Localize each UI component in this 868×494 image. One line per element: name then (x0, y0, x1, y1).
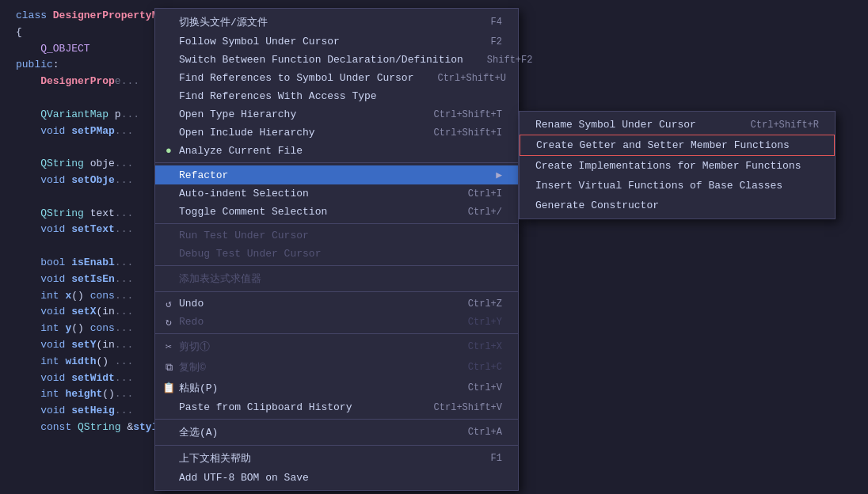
menu-item-context-help[interactable]: 上下文相关帮助 F1 (155, 448, 518, 469)
submenu-item-create-implementations[interactable]: Create Implementations for Member Functi… (520, 156, 835, 176)
redo-icon: ↻ (162, 316, 176, 329)
submenu-item-rename-symbol[interactable]: Rename Symbol Under Cursor Ctrl+Shift+R (520, 115, 835, 135)
menu-item-find-refs[interactable]: Find References to Symbol Under Cursor C… (155, 69, 518, 87)
menu-item-run-test[interactable]: Run Test Under Cursor (155, 226, 518, 245)
menu-item-auto-indent[interactable]: Auto-indent Selection Ctrl+I (155, 184, 518, 203)
submenu-item-insert-virtual-functions[interactable]: Insert Virtual Functions of Base Classes (520, 176, 835, 196)
context-menu[interactable]: 切换头文件/源文件 F4 Follow Symbol Under Cursor … (154, 8, 519, 491)
submenu-arrow-icon: ▶ (496, 169, 502, 181)
menu-separator-5 (155, 333, 518, 334)
menu-item-cut[interactable]: ✂ 剪切① Ctrl+X (155, 336, 518, 357)
menu-item-analyze[interactable]: ● Analyze Current File (155, 142, 518, 160)
analyze-icon: ● (162, 145, 176, 157)
menu-item-switch-header[interactable]: 切换头文件/源文件 F4 (155, 12, 518, 32)
menu-item-find-refs-access[interactable]: Find References With Access Type (155, 87, 518, 105)
menu-item-follow-symbol[interactable]: Follow Symbol Under Cursor F2 (155, 32, 518, 51)
submenu-item-create-getter-setter[interactable]: Create Getter and Setter Member Function… (520, 135, 835, 156)
menu-item-paste[interactable]: 📋 粘贴(P) Ctrl+V (155, 378, 518, 398)
menu-separator-1 (155, 162, 518, 163)
menu-item-debug-test[interactable]: Debug Test Under Cursor (155, 245, 518, 263)
menu-item-open-include-hierarchy[interactable]: Open Include Hierarchy Ctrl+Shift+I (155, 124, 518, 142)
menu-separator-2 (155, 223, 518, 224)
menu-separator-6 (155, 419, 518, 420)
menu-item-add-utf8-bom[interactable]: Add UTF-8 BOM on Save (155, 469, 518, 487)
menu-item-copy[interactable]: ⧉ 复制© Ctrl+C (155, 357, 518, 378)
menu-item-paste-clipboard-history[interactable]: Paste from Clipboard History Ctrl+Shift+… (155, 398, 518, 416)
undo-icon: ↺ (162, 298, 176, 310)
menu-item-redo[interactable]: ↻ Redo Ctrl+Y (155, 313, 518, 331)
refactor-submenu[interactable]: Rename Symbol Under Cursor Ctrl+Shift+R … (519, 111, 836, 219)
submenu-item-generate-constructor[interactable]: Generate Constructor (520, 196, 835, 215)
menu-item-select-all[interactable]: 全选(A) Ctrl+A (155, 422, 518, 443)
copy-icon: ⧉ (162, 362, 176, 374)
menu-separator-3 (155, 265, 518, 266)
cut-icon: ✂ (162, 340, 176, 353)
paste-icon: 📋 (162, 382, 176, 394)
menu-item-refactor[interactable]: Refactor ▶ (155, 165, 518, 184)
menu-item-switch-decl-def[interactable]: Switch Between Function Declaration/Defi… (155, 51, 518, 69)
menu-item-undo[interactable]: ↺ Undo Ctrl+Z (155, 294, 518, 313)
menu-item-toggle-comment[interactable]: Toggle Comment Selection Ctrl+/ (155, 203, 518, 221)
menu-item-open-type-hierarchy[interactable]: Open Type Hierarchy Ctrl+Shift+T (155, 105, 518, 124)
menu-separator-7 (155, 445, 518, 446)
menu-item-add-expression[interactable]: 添加表达式求值器 (155, 268, 518, 289)
menu-separator-4 (155, 291, 518, 292)
